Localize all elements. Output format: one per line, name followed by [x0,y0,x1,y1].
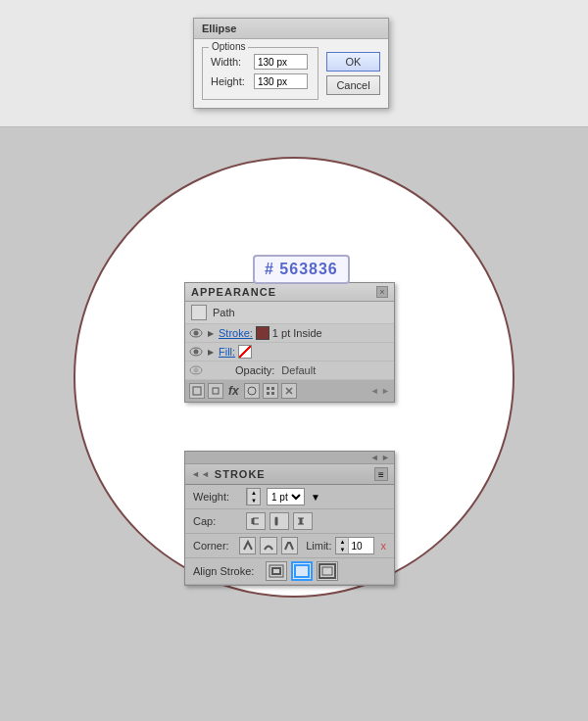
options-legend: Options [209,41,248,52]
cap-projecting-btn[interactable] [293,512,313,530]
weight-dropdown-arrow: ▼ [311,492,320,503]
corner-label: Corner: [193,540,235,552]
width-input[interactable] [254,54,308,70]
stroke-label[interactable]: Stroke: [219,327,253,339]
height-input[interactable] [254,73,308,89]
dialog-body: Options Width: Height: OK Cancel [194,39,388,108]
corner-miter-btn[interactable] [239,537,256,554]
toolbar-delete-btn[interactable] [281,383,297,399]
weight-spinner-up[interactable]: ▲ [248,489,260,497]
fill-color-swatch[interactable] [238,345,252,359]
opacity-row: Opacity: Default [185,361,394,380]
appearance-toolbar: fx ◄ ► [185,380,394,402]
limit-spinners[interactable]: ▲ ▼ [336,538,349,553]
eye-icon-stroke [189,326,203,340]
cap-row: Cap: [185,509,394,534]
arrow-stroke: ▶ [206,328,216,338]
svg-rect-23 [272,568,280,574]
stroke-panel-resize-bar: ◄ ► [185,452,394,464]
stroke-panel: ◄ ► ◄◄ STROKE ≡ Weight: ▲ ▼ 1 pt ▼ [184,451,395,586]
align-outside-btn[interactable] [317,561,338,581]
limit-spinner-up[interactable]: ▲ [336,538,348,546]
fx-button[interactable]: fx [228,384,239,398]
eye-icon-opacity [189,363,203,377]
svg-point-8 [248,387,256,395]
appearance-panel-close[interactable]: × [376,286,388,298]
ok-button[interactable]: OK [326,52,380,72]
appearance-panel-header: APPEARANCE × [185,283,394,302]
cap-label: Cap: [193,515,242,527]
height-label: Height: [211,75,250,87]
stroke-value: 1 pt Inside [272,327,322,339]
dialog-buttons: OK Cancel [326,47,380,100]
limit-input-group: ▲ ▼ 10 [335,537,374,554]
svg-rect-9 [267,387,270,390]
limit-input[interactable]: 10 [349,538,373,553]
svg-rect-25 [322,567,332,575]
weight-spinners[interactable]: ▲ ▼ [247,489,260,505]
fill-label[interactable]: Fill: [219,346,235,358]
svg-point-5 [194,368,199,373]
resize-arrows: ◄ ► [370,453,390,462]
svg-rect-7 [213,388,219,394]
align-row: Align Stroke: [185,558,394,585]
svg-rect-26 [319,564,335,578]
opacity-value: Default [281,364,316,376]
options-group: Options Width: Height: [202,47,318,100]
limit-spinner-down[interactable]: ▼ [336,546,348,553]
svg-rect-12 [271,392,274,395]
toolbar-grid-btn[interactable] [263,383,278,399]
eye-icon-fill [189,345,203,359]
weight-spinner-down[interactable]: ▼ [248,497,260,505]
stroke-panel-title: ◄◄ STROKE [191,468,266,480]
bottom-section: # 563836 APPEARANCE × Path ▶ Stroke: 1 [0,127,588,721]
svg-rect-24 [295,565,309,577]
cap-round-btn[interactable] [270,512,289,530]
corner-round-btn[interactable] [260,537,276,554]
dialog-title: Ellipse [194,19,388,39]
weight-label: Weight: [193,491,242,503]
cap-butt-btn[interactable] [246,512,266,530]
opacity-label: Opacity: [235,364,274,376]
limit-unit: x [380,540,386,552]
toolbar-circle-btn[interactable] [244,383,260,399]
stroke-row: ▶ Stroke: 1 pt Inside [185,324,394,343]
align-label: Align Stroke: [193,565,262,577]
double-arrow-icon: ◄◄ [191,469,211,479]
appearance-panel-title: APPEARANCE [191,286,276,298]
svg-rect-11 [267,392,270,395]
panel-resize-indicator: ◄ ► [370,386,390,396]
fill-row: ▶ Fill: [185,343,394,361]
path-thumbnail [191,305,207,320]
weight-select[interactable]: 1 pt [267,488,305,505]
corner-row: Corner: Limit: ▲ ▼ [185,534,394,558]
arrow-fill: ▶ [206,347,216,357]
appearance-panel: APPEARANCE × Path ▶ Stroke: 1 pt Inside [184,282,395,403]
align-inside-btn[interactable] [266,561,287,581]
stroke-panel-header: ◄◄ STROKE ≡ [185,464,394,485]
align-center-btn[interactable] [291,561,313,581]
weight-input-group: ▲ ▼ [246,488,261,505]
toolbar-layer-btn[interactable] [189,383,205,399]
toolbar-square-btn[interactable] [208,383,223,399]
svg-rect-6 [193,387,201,395]
path-row: Path [185,302,394,324]
top-section: Ellipse Options Width: Height: OK Cancel [0,0,588,127]
height-row: Height: [211,73,310,89]
stroke-color-swatch[interactable] [256,326,270,340]
svg-rect-10 [271,387,274,390]
path-label: Path [213,307,235,318]
svg-point-3 [194,350,199,355]
cancel-button[interactable]: Cancel [326,75,380,95]
corner-bevel-btn[interactable] [281,537,298,554]
svg-point-1 [194,331,199,336]
color-tooltip: # 563836 [253,255,350,284]
ellipse-dialog: Ellipse Options Width: Height: OK Cancel [193,18,389,109]
weight-row: Weight: ▲ ▼ 1 pt ▼ [185,485,394,509]
stroke-panel-menu[interactable]: ≡ [374,467,388,481]
limit-label: Limit: [306,540,331,552]
width-label: Width: [211,56,250,68]
width-row: Width: [211,54,310,70]
